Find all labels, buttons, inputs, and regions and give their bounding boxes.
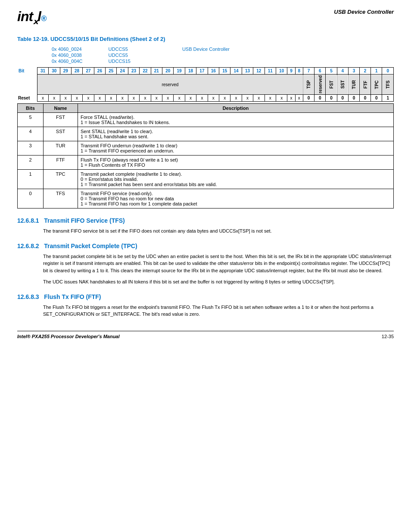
b10: 10	[276, 68, 287, 75]
b16: 16	[208, 68, 219, 75]
table-header-row: Bits Name Description	[18, 104, 394, 113]
reserved-row: reserved TSP reserved FST SST TUR FTF TP…	[17, 75, 394, 95]
tsp-header: TSP	[303, 75, 314, 95]
addr-2: 0x 4060_0038	[52, 53, 83, 58]
bit-header-table: Bit 31 30 29 28 27 26 25 24 23 22 21 20 …	[17, 67, 394, 102]
b11: 11	[265, 68, 276, 75]
b13: 13	[242, 68, 253, 75]
b14: 14	[230, 68, 242, 75]
reserved-header: reserved	[314, 75, 326, 95]
desc-tur: Transmit FIFO underrun (read/write 1 to …	[78, 141, 394, 156]
b30: 30	[49, 68, 60, 75]
rx20: x	[162, 95, 174, 102]
section-1268-1: 12.6.8.1 Transmit FIFO Service (TFS) The…	[17, 217, 394, 235]
rx28: x	[71, 95, 82, 102]
name-tpc: TPC	[44, 170, 78, 189]
rx29: x	[60, 95, 71, 102]
r0-tur: 0	[348, 95, 359, 102]
rx10: x	[276, 95, 287, 102]
section-1268-2-heading: 12.6.8.2 Transmit Packet Complete (TPC)	[17, 243, 394, 249]
b18: 18	[185, 68, 196, 75]
b5: 5	[326, 68, 337, 75]
addr-3: 0x 4060_004C	[52, 59, 83, 64]
reg-col: UDCCS5 UDCCS5 UDCCS15	[109, 47, 131, 64]
usb-device-controller-label: USB Device Controller	[182, 47, 230, 52]
name-fst: FST	[44, 113, 78, 127]
table-row: 1 TPC Transmit packet complete (read/wri…	[18, 170, 394, 189]
table-title: Table 12-19. UDCCS5/10/15 Bit Definition…	[17, 36, 394, 42]
name-ftf: FTF	[44, 156, 78, 170]
rx26: x	[94, 95, 105, 102]
rx19: x	[174, 95, 185, 102]
b28: 28	[71, 68, 82, 75]
rx15: x	[219, 95, 230, 102]
rx17: x	[196, 95, 208, 102]
fst-header: FST	[326, 75, 337, 95]
rx9: x	[287, 95, 295, 102]
b21: 21	[151, 68, 162, 75]
b3: 3	[348, 68, 359, 75]
b19: 19	[174, 68, 185, 75]
r0-fst: 0	[326, 95, 337, 102]
table-row: 3 TUR Transmit FIFO underrun (read/write…	[18, 141, 394, 156]
table-row: 5 FST Force STALL (read/write).1 = Issue…	[18, 113, 394, 127]
b0: 0	[382, 68, 394, 75]
b26: 26	[94, 68, 105, 75]
bits-5: 5	[18, 113, 44, 127]
rx27: x	[83, 95, 94, 102]
table-section: Table 12-19. UDCCS5/10/15 Bit Definition…	[17, 36, 394, 208]
section-number-2: 12.6.8.2	[17, 243, 39, 249]
rx21: x	[151, 95, 162, 102]
section-1268-3: 12.6.8.3 Flush Tx FIFO (FTF) The Flush T…	[17, 293, 394, 318]
r0-ftf: 0	[360, 95, 371, 102]
sst-header: SST	[337, 75, 348, 95]
section-1268-2-para-2: The UDC issues NAK handshakes to all IN …	[43, 278, 394, 286]
rx16: x	[208, 95, 219, 102]
section-1268-2: 12.6.8.2 Transmit Packet Complete (TPC) …	[17, 243, 394, 286]
description-table: Bits Name Description 5 FST Force STALL …	[17, 103, 394, 208]
section-1268-1-para: The transmit FIFO service bit is set if …	[43, 227, 394, 235]
b12: 12	[253, 68, 265, 75]
udc-col: USB Device Controller	[182, 47, 230, 64]
header-title: USB Device Controller	[334, 9, 394, 15]
b31: 31	[37, 68, 48, 75]
b6: 6	[314, 68, 326, 75]
r0-sst: 0	[337, 95, 348, 102]
rx14: x	[230, 95, 242, 102]
name-col-header: Name	[44, 104, 78, 113]
name-sst: SST	[44, 127, 78, 141]
r0-res: 0	[314, 95, 326, 102]
r0-tsp: 0	[303, 95, 314, 102]
rx24: x	[117, 95, 128, 102]
b1: 1	[371, 68, 382, 75]
section-1268-1-heading: 12.6.8.1 Transmit FIFO Service (TFS)	[17, 217, 394, 224]
bits-3: 3	[18, 141, 44, 156]
b15: 15	[219, 68, 230, 75]
ftf-header: FTF	[360, 75, 371, 95]
tur-header: TUR	[348, 75, 359, 95]
rx22: x	[140, 95, 151, 102]
b17: 17	[196, 68, 208, 75]
section-1268-2-para-1: The transmit packet complete bit is be s…	[43, 253, 394, 274]
empty-label	[17, 75, 37, 95]
b4: 4	[337, 68, 348, 75]
desc-col-header: Description	[78, 104, 394, 113]
reset-row: Reset x x x x x x x x x x x x x x x x x …	[17, 95, 394, 102]
b22: 22	[140, 68, 151, 75]
bit-label: Bit	[17, 68, 37, 75]
name-tfs: TFS	[44, 189, 78, 208]
b24: 24	[117, 68, 128, 75]
reg-2: UDCCS5	[109, 53, 131, 58]
address-col: 0x 4060_0024 0x 4060_0038 0x 4060_004C	[52, 47, 83, 64]
table-row: 2 FTF Flush Tx FIFO (always read 0/ writ…	[18, 156, 394, 170]
reserved-cell: reserved	[37, 75, 303, 95]
desc-ftf: Flush Tx FIFO (always read 0/ write a 1 …	[78, 156, 394, 170]
bits-4: 4	[18, 127, 44, 141]
rx31: x	[37, 95, 48, 102]
tfs-header: TFS	[382, 75, 394, 95]
name-tur: TUR	[44, 141, 78, 156]
bits-col-header: Bits	[18, 104, 44, 113]
b27: 27	[83, 68, 94, 75]
table-row: 0 TFS Transmit FIFO service (read-only).…	[18, 189, 394, 208]
bits-2: 2	[18, 156, 44, 170]
